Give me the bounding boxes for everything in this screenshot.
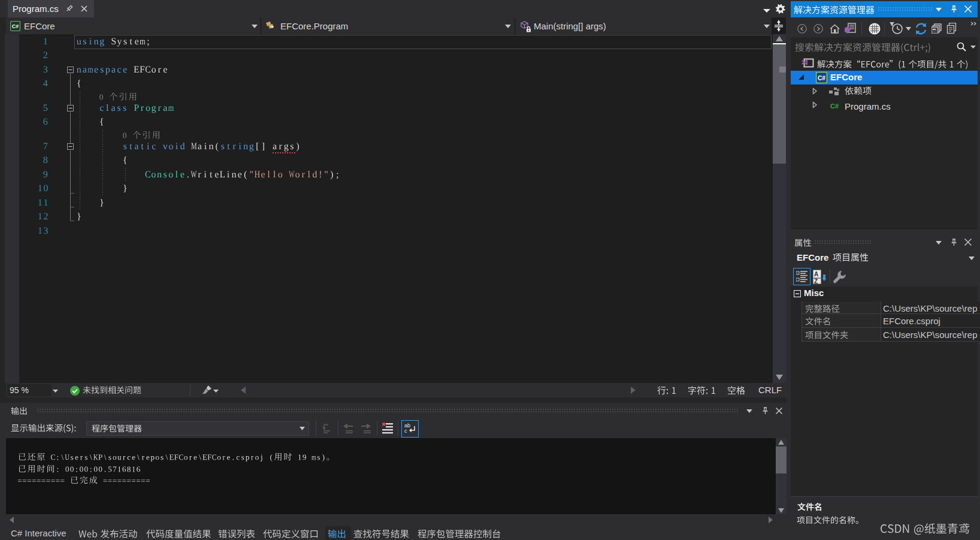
svg-text:c: c [404,428,407,434]
svg-text:A: A [814,271,818,277]
svg-text:C#: C# [818,75,825,82]
svg-text:C#: C# [12,23,19,29]
svg-text:C#: C# [830,102,839,110]
svg-text:Z: Z [814,278,818,284]
